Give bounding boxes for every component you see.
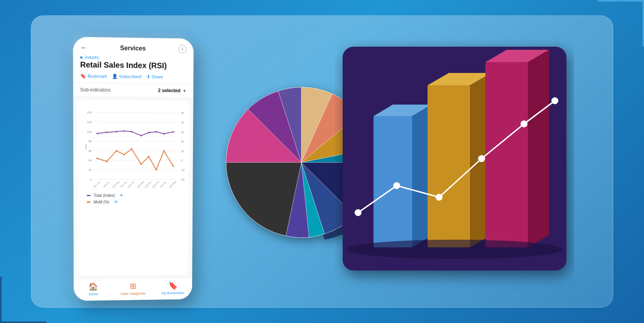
svg-text:Index: Index xyxy=(85,144,87,150)
svg-point-40 xyxy=(140,163,142,165)
nav-item-data-categories[interactable]: ⊞ Data Categories xyxy=(121,281,145,296)
svg-text:2023 Feb: 2023 Feb xyxy=(152,181,159,188)
svg-text:30: 30 xyxy=(181,131,184,134)
nav-label-bookmarks: My Bookmarks xyxy=(162,291,184,295)
phone-nav-bar: ← Services ℹ xyxy=(80,43,187,53)
home-icon: 🏠 xyxy=(88,282,98,291)
legend-item-total: Total (Index) 👁 xyxy=(87,193,180,198)
main-card: ← Services ℹ Industry Retail Sales Index… xyxy=(31,15,613,308)
subscribed-button[interactable]: 👤 Subscribed! xyxy=(112,74,142,79)
bookmark-icon: 🔖 xyxy=(80,73,86,79)
svg-text:40: 40 xyxy=(181,121,184,124)
svg-text:0: 0 xyxy=(90,178,91,181)
svg-text:-20: -20 xyxy=(181,178,184,181)
nav-item-bookmarks[interactable]: 🔖 My Bookmarks xyxy=(162,281,184,295)
svg-point-36 xyxy=(106,161,108,162)
bookmark-button[interactable]: 🔖 Bookmark xyxy=(80,73,107,79)
svg-text:2022 Oct: 2022 Oct xyxy=(127,181,135,188)
breadcrumb: Industry xyxy=(80,55,187,61)
svg-rect-60 xyxy=(428,85,470,247)
svg-point-31 xyxy=(148,132,150,134)
svg-point-25 xyxy=(96,133,98,134)
sub-indicators-value: 2 selected ▼ xyxy=(158,88,187,93)
info-icon[interactable]: ℹ xyxy=(178,45,187,54)
svg-line-3 xyxy=(93,141,179,142)
bookmarks-icon: 🔖 xyxy=(168,281,178,290)
svg-text:2022 Dec: 2022 Dec xyxy=(144,181,152,189)
nav-label-home: Home xyxy=(89,292,98,296)
svg-text:20: 20 xyxy=(89,169,92,171)
bottom-navigation: 🏠 Home ⊞ Data Categories 🔖 My Bookmarks xyxy=(74,277,192,301)
sub-indicators-row: Sub-indicators: 2 selected ▼ xyxy=(80,87,186,94)
svg-point-42 xyxy=(156,169,157,171)
chart-area: 140 120 100 80 60 40 20 0 50 40 30 20 10… xyxy=(77,100,189,276)
phone-header: ← Services ℹ Industry Retail Sales Index… xyxy=(73,37,194,84)
svg-text:80: 80 xyxy=(88,140,91,143)
svg-point-44 xyxy=(172,165,174,167)
svg-text:60: 60 xyxy=(88,150,91,152)
phone-mockup: ← Services ℹ Industry Retail Sales Index… xyxy=(73,37,194,301)
svg-text:50: 50 xyxy=(181,112,184,115)
line-chart-svg: 140 120 100 80 60 40 20 0 50 40 30 20 10… xyxy=(82,104,185,189)
svg-text:2023 May: 2023 May xyxy=(169,180,177,188)
svg-text:2023 Apr: 2023 Apr xyxy=(159,181,167,188)
svg-point-33 xyxy=(163,133,165,135)
svg-text:120: 120 xyxy=(87,121,91,123)
legend-color-mom xyxy=(87,201,91,203)
sub-indicators-bar[interactable]: Sub-indicators: 2 selected ▼ xyxy=(73,83,194,98)
svg-point-39 xyxy=(131,148,132,150)
chart-legend: Total (Index) 👁 MoM (%) 👁 xyxy=(82,191,184,208)
eye-icon-mom[interactable]: 👁 xyxy=(114,200,118,204)
svg-text:2021 Jul: 2021 Jul xyxy=(103,181,110,188)
back-button[interactable]: ← xyxy=(80,44,87,52)
svg-point-27 xyxy=(116,131,117,132)
svg-text:2022 Mar: 2022 Mar xyxy=(137,181,144,188)
data-categories-icon: ⊞ xyxy=(130,281,137,291)
legend-label-mom: MoM (%) xyxy=(94,200,110,204)
share-button[interactable]: ⬆ Share xyxy=(146,74,163,80)
svg-point-68 xyxy=(394,183,400,189)
action-row: 🔖 Bookmark 👤 Subscribed! ⬆ Share xyxy=(80,73,187,80)
svg-point-43 xyxy=(163,150,165,152)
legend-label-total: Total (Index) xyxy=(94,193,115,198)
bar-chart-svg xyxy=(335,39,574,294)
svg-text:20: 20 xyxy=(181,140,184,143)
svg-text:-10: -10 xyxy=(181,169,184,171)
svg-rect-57 xyxy=(374,116,412,247)
svg-point-26 xyxy=(106,132,108,133)
svg-text:0: 0 xyxy=(181,159,182,162)
legend-color-total xyxy=(87,195,91,196)
page-title: Retail Sales Index (RSI) xyxy=(80,60,187,71)
svg-text:2021 3Q: 2021 3Q xyxy=(120,181,127,188)
eye-icon-total[interactable]: 👁 xyxy=(120,193,123,198)
bar-chart-container xyxy=(335,39,574,294)
svg-point-66 xyxy=(347,240,563,259)
svg-text:100: 100 xyxy=(87,130,91,133)
sub-indicators-count: 2 selected xyxy=(158,88,181,93)
svg-marker-65 xyxy=(528,50,549,247)
svg-line-2 xyxy=(93,132,179,132)
svg-line-1 xyxy=(93,122,179,122)
svg-point-38 xyxy=(123,154,125,156)
svg-point-29 xyxy=(131,131,132,132)
sub-indicators-label: Sub-indicators: xyxy=(80,87,112,93)
svg-text:40: 40 xyxy=(88,159,91,162)
svg-point-67 xyxy=(355,210,361,216)
svg-point-71 xyxy=(521,121,527,127)
legend-item-mom: MoM (%) 👁 xyxy=(87,200,180,204)
svg-point-72 xyxy=(552,98,558,104)
svg-text:2021 Aug: 2021 Aug xyxy=(112,181,120,188)
svg-point-37 xyxy=(116,150,117,152)
svg-point-32 xyxy=(156,131,157,133)
svg-point-28 xyxy=(123,130,125,132)
subscribed-icon: 👤 xyxy=(112,74,118,79)
svg-point-35 xyxy=(96,157,98,159)
share-icon: ⬆ xyxy=(146,74,150,79)
chevron-down-icon: ▼ xyxy=(183,89,186,93)
svg-rect-63 xyxy=(485,62,528,247)
svg-line-0 xyxy=(93,112,179,113)
svg-text:140: 140 xyxy=(87,111,91,114)
svg-text:10: 10 xyxy=(181,150,184,152)
svg-point-41 xyxy=(148,156,149,157)
nav-item-home[interactable]: 🏠 Home xyxy=(82,282,105,296)
